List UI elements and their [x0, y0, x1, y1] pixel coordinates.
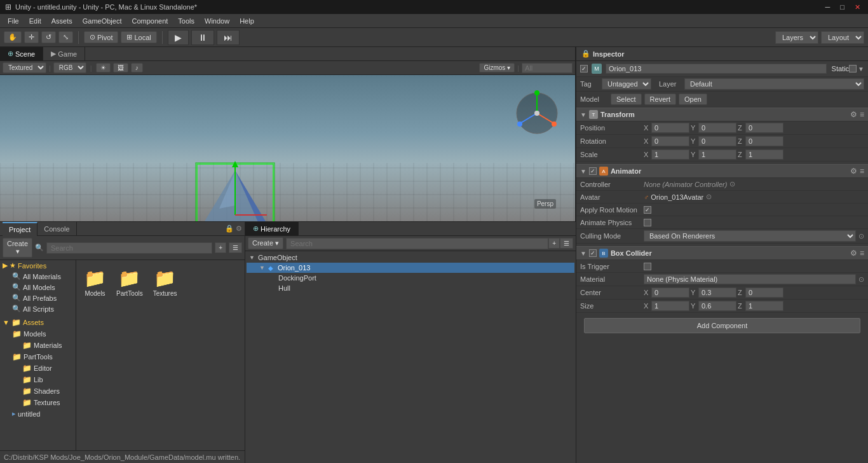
menu-tools[interactable]: Tools	[173, 16, 200, 26]
material-field[interactable]	[644, 274, 856, 284]
pivot-button[interactable]: ⊙ Pivot	[84, 31, 118, 43]
tab-project[interactable]: Project	[3, 222, 37, 236]
scale-z-field[interactable]	[745, 149, 783, 160]
object-active-checkbox[interactable]	[580, 65, 588, 73]
all-prefabs-item[interactable]: 🔍 All Prefabs	[0, 293, 76, 303]
play-button[interactable]: ▶	[168, 30, 189, 45]
center-z-field[interactable]	[745, 287, 783, 298]
lib-folder[interactable]: 📁 Lib	[0, 374, 76, 385]
select-button[interactable]: Select	[611, 93, 642, 105]
transform-menu-icon[interactable]: ≡	[860, 110, 864, 119]
untitled-file[interactable]: ▸ untitled	[0, 408, 76, 419]
box-collider-settings-icon[interactable]: ⚙	[850, 249, 857, 258]
transform-settings-icon[interactable]: ⚙	[850, 110, 857, 119]
models-folder[interactable]: 📁 Models	[0, 328, 76, 340]
parttools-folder[interactable]: 📁 PartTools	[0, 351, 76, 363]
scene-mode-select[interactable]: Textured	[3, 62, 46, 73]
hierarchy-search-input[interactable]	[286, 238, 548, 249]
all-materials-item[interactable]: 🔍 All Materials	[0, 271, 76, 282]
hand-tool[interactable]: ✋	[4, 31, 22, 43]
materials-folder[interactable]: 📁 Materials	[0, 340, 76, 351]
animator-header[interactable]: ▼ A Animator ⚙ ≡	[576, 165, 868, 178]
box-collider-header[interactable]: ▼ B Box Collider ⚙ ≡	[576, 247, 868, 260]
static-arrow-icon[interactable]: ▼	[858, 66, 864, 73]
scene-image-btn[interactable]: 🖼	[113, 63, 128, 73]
minimize-button[interactable]: ─	[823, 3, 833, 11]
menu-file[interactable]: File	[3, 16, 24, 26]
center-x-field[interactable]	[651, 287, 689, 298]
size-x-field[interactable]	[651, 301, 689, 311]
menu-gameobject[interactable]: GameObject	[78, 16, 127, 26]
scene-color-select[interactable]: RGB	[53, 62, 86, 73]
scale-tool[interactable]: ⤡	[58, 31, 73, 43]
static-checkbox[interactable]	[849, 65, 857, 73]
menu-window[interactable]: Window	[200, 16, 234, 26]
project-search-filter-btn[interactable]: ☰	[229, 242, 242, 253]
parttools-asset-item[interactable]: 📁 PartTools	[114, 265, 146, 300]
layout-dropdown[interactable]: Layout	[821, 31, 864, 44]
tab-scene[interactable]: ⊕ Scene	[0, 47, 43, 61]
move-tool[interactable]: ✛	[24, 31, 39, 43]
hierarchy-filter-btn[interactable]: ☰	[560, 238, 573, 249]
revert-button[interactable]: Revert	[644, 93, 676, 105]
position-y-field[interactable]	[698, 123, 736, 133]
panel-settings-icon[interactable]: ⚙	[236, 225, 242, 233]
maximize-button[interactable]: □	[837, 3, 847, 11]
all-models-item[interactable]: 🔍 All Models	[0, 282, 76, 293]
gizmos-btn[interactable]: Gizmos ▾	[479, 63, 515, 73]
animator-active-checkbox[interactable]	[589, 167, 597, 175]
hierarchy-orion013[interactable]: ▼ ◆ Orion_013	[247, 263, 574, 273]
rotation-x-field[interactable]	[651, 136, 689, 146]
controller-target-icon[interactable]: ⊙	[729, 180, 735, 188]
hierarchy-create-btn[interactable]: Create ▾	[248, 237, 283, 249]
rotation-z-field[interactable]	[745, 136, 783, 146]
box-collider-active-checkbox[interactable]	[589, 249, 597, 257]
project-search-input[interactable]	[46, 242, 212, 254]
scale-x-field[interactable]	[651, 149, 689, 160]
avatar-target-icon[interactable]: ⊙	[706, 193, 712, 201]
scene-sound-btn[interactable]: ♪	[131, 63, 143, 73]
pause-button[interactable]: ⏸	[191, 30, 214, 45]
material-target-icon[interactable]: ⊙	[858, 275, 864, 284]
project-search-add-btn[interactable]: +	[215, 242, 226, 253]
menu-edit[interactable]: Edit	[24, 16, 46, 26]
rotation-y-field[interactable]	[698, 136, 736, 146]
hierarchy-gameobject[interactable]: ▼ GameObject	[247, 252, 574, 263]
culling-mode-target-icon[interactable]: ⊙	[858, 232, 864, 240]
editor-folder[interactable]: 📁 Editor	[0, 363, 76, 374]
scale-y-field[interactable]	[698, 149, 736, 160]
animate-physics-checkbox[interactable]	[644, 219, 651, 226]
local-button[interactable]: ⊞ Local	[121, 31, 156, 43]
textures-folder-left[interactable]: 📁 Textures	[0, 397, 76, 408]
lock-panel-icon[interactable]: 🔒	[225, 225, 234, 233]
tab-hierarchy[interactable]: ⊕ Hierarchy	[245, 222, 299, 236]
size-y-field[interactable]	[698, 301, 736, 311]
position-z-field[interactable]	[745, 123, 783, 133]
step-button[interactable]: ⏭	[217, 30, 240, 45]
size-z-field[interactable]	[745, 301, 783, 311]
hierarchy-dockingport[interactable]: ▶ DockingPort	[247, 273, 574, 283]
animator-menu-icon[interactable]: ≡	[860, 167, 864, 176]
hierarchy-add-btn[interactable]: +	[548, 238, 560, 249]
assets-header[interactable]: ▼ 📁 Assets	[0, 317, 76, 328]
hierarchy-hull[interactable]: ▶ Hull	[247, 283, 574, 293]
scene-light-btn[interactable]: ☀	[96, 63, 111, 73]
animator-settings-icon[interactable]: ⚙	[850, 167, 857, 176]
transform-header[interactable]: ▼ T Transform ⚙ ≡	[576, 108, 868, 121]
persp-label[interactable]: Persp	[534, 199, 556, 209]
rotate-tool[interactable]: ↺	[41, 31, 56, 43]
object-name-field[interactable]	[606, 64, 827, 74]
menu-assets[interactable]: Assets	[46, 16, 78, 26]
menu-component[interactable]: Component	[126, 16, 173, 26]
all-scripts-item[interactable]: 🔍 All Scripts	[0, 303, 76, 314]
shaders-folder[interactable]: 📁 Shaders	[0, 385, 76, 397]
position-x-field[interactable]	[651, 123, 689, 133]
models-asset-item[interactable]: 📁 Models	[81, 265, 109, 300]
layers-dropdown[interactable]: Layers	[775, 31, 818, 44]
is-trigger-checkbox[interactable]	[644, 263, 651, 270]
tag-select[interactable]: Untagged	[602, 78, 651, 90]
close-button[interactable]: ✕	[852, 3, 863, 11]
apply-root-motion-checkbox[interactable]	[644, 206, 651, 214]
open-button[interactable]: Open	[679, 93, 707, 105]
layer-select[interactable]: Default	[684, 78, 864, 90]
